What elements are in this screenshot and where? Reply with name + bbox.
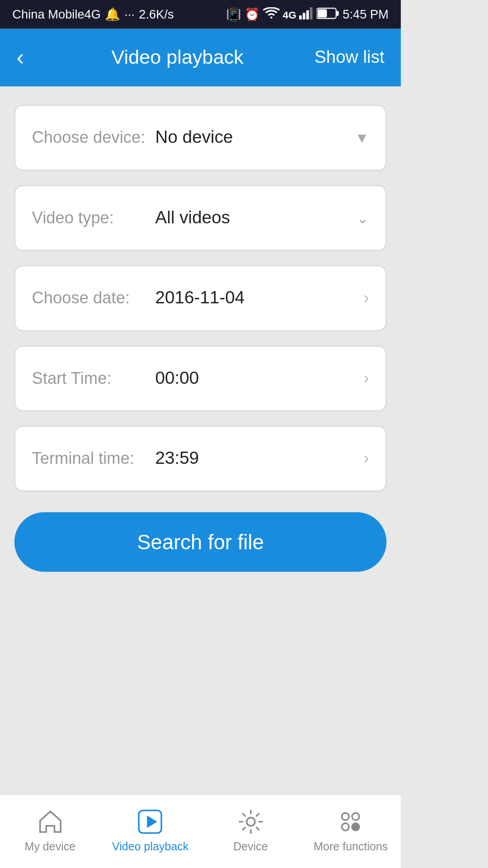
show-list-button[interactable]: Show list xyxy=(314,47,385,68)
date-value: 2016-11-04 xyxy=(155,288,364,308)
video-type-value: All videos xyxy=(155,208,357,228)
video-type-row[interactable]: Video type: All videos ⌄ xyxy=(14,185,387,251)
svg-marker-8 xyxy=(147,815,158,827)
carrier-text: China Mobile4G xyxy=(12,7,101,22)
terminal-time-label: Terminal time: xyxy=(32,449,155,468)
4g-icon: 4G xyxy=(282,9,296,20)
wifi-icon xyxy=(263,7,279,22)
nav-video-playback-label: Video playback xyxy=(112,840,188,852)
time-text: 5:45 PM xyxy=(343,7,389,22)
page-title: Video playback xyxy=(40,46,314,69)
svg-point-10 xyxy=(342,812,349,820)
svg-point-9 xyxy=(246,817,254,825)
start-time-arrow-icon: › xyxy=(364,369,369,388)
choose-device-label: Choose device: xyxy=(32,128,155,147)
choose-date-label: Choose date: xyxy=(32,289,155,307)
search-for-file-button[interactable]: Search for file xyxy=(14,512,387,572)
svg-rect-5 xyxy=(337,10,339,15)
main-content: Choose device: No device ▼ Video type: A… xyxy=(0,86,401,794)
vibrate-icon: 📳 xyxy=(226,7,241,22)
start-time-row[interactable]: Start Time: 00:00 › xyxy=(14,345,387,411)
svg-point-11 xyxy=(352,812,360,820)
nav-device[interactable]: Device xyxy=(201,795,301,868)
speed-text: 2.6K/s xyxy=(139,7,174,22)
gear-icon xyxy=(236,807,265,836)
svg-rect-0 xyxy=(300,15,302,19)
svg-point-13 xyxy=(352,823,360,830)
choose-date-row[interactable]: Choose date: 2016-11-04 › xyxy=(14,265,387,331)
video-type-label: Video type: xyxy=(32,209,155,227)
more-functions-icon xyxy=(336,807,365,836)
nav-my-device[interactable]: My device xyxy=(0,795,100,868)
alarm-icon: ⏰ xyxy=(244,7,260,22)
nav-more-functions[interactable]: More functions xyxy=(300,795,401,868)
nav-my-device-label: My device xyxy=(25,840,76,852)
bottom-navigation: My device Video playback Device More fun… xyxy=(0,794,401,868)
back-button[interactable]: ‹ xyxy=(16,40,32,75)
date-arrow-icon: › xyxy=(364,289,369,307)
signal-icon xyxy=(300,7,314,22)
terminal-time-row[interactable]: Terminal time: 23:59 › xyxy=(14,426,387,492)
status-bar: China Mobile4G 🔔 ··· 2.6K/s 📳 ⏰ 4G xyxy=(0,0,401,29)
svg-point-12 xyxy=(342,823,349,830)
home-icon xyxy=(36,807,65,836)
play-icon xyxy=(136,807,165,836)
choose-device-row[interactable]: Choose device: No device ▼ xyxy=(14,105,387,171)
start-time-label: Start Time: xyxy=(32,369,155,388)
start-time-value: 00:00 xyxy=(155,368,364,388)
battery-icon xyxy=(317,7,339,22)
dots-icon: ··· xyxy=(124,7,135,22)
terminal-time-value: 23:59 xyxy=(155,448,364,469)
svg-rect-2 xyxy=(307,10,310,19)
header: ‹ Video playback Show list xyxy=(0,29,401,86)
bell-icon: 🔔 xyxy=(105,7,120,22)
nav-more-functions-label: More functions xyxy=(314,840,388,852)
svg-rect-6 xyxy=(318,9,327,17)
svg-rect-3 xyxy=(310,7,313,19)
video-type-dropdown-icon: ⌄ xyxy=(357,210,369,226)
terminal-time-arrow-icon: › xyxy=(364,449,369,468)
device-value: No device xyxy=(155,127,355,148)
nav-device-label: Device xyxy=(233,840,267,852)
svg-rect-1 xyxy=(303,12,306,19)
nav-video-playback[interactable]: Video playback xyxy=(100,795,201,868)
device-dropdown-icon: ▼ xyxy=(355,130,369,146)
